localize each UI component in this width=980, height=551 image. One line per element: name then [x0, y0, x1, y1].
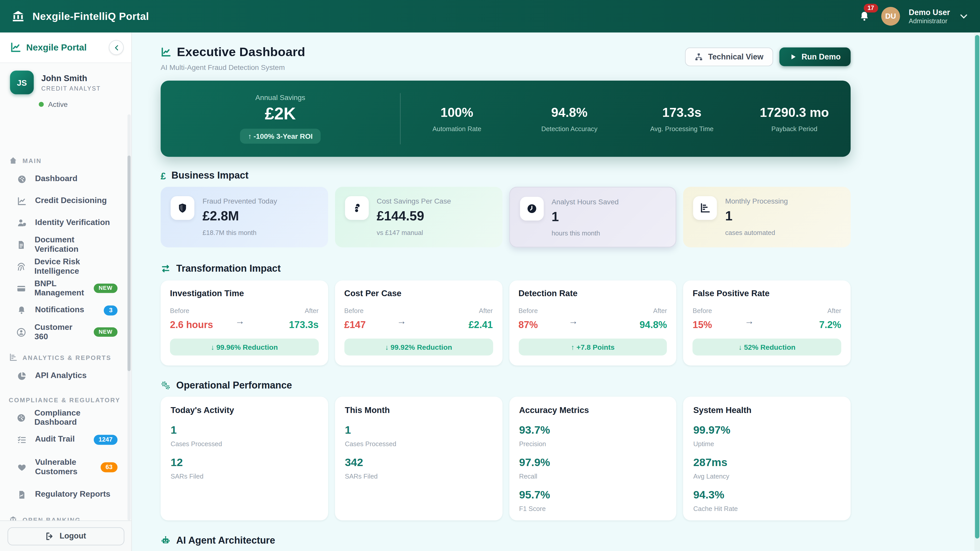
sidebar-item-compliance-dashboard[interactable]: Compliance Dashboard	[0, 407, 131, 429]
new-badge: NEW	[94, 284, 118, 293]
user-name: Demo User	[909, 8, 950, 17]
sidebar-user-card: JS John Smith CREDIT ANALYST Active	[0, 63, 131, 114]
hero-stat: 100% Automation Rate	[401, 105, 513, 132]
page-subtitle: AI Multi-Agent Fraud Detection System	[161, 64, 305, 71]
arrow-right-icon: →	[745, 316, 754, 326]
change-pill: ↓ 99.96% Reduction	[170, 338, 318, 355]
metric-card-cost-savings: Cost Savings Per Case £144.59 vs £147 ma…	[335, 187, 502, 248]
sidebar-item-credit-decisioning[interactable]: Credit Decisioning	[0, 190, 131, 212]
coins-icon	[345, 196, 369, 220]
bank-icon	[11, 10, 25, 23]
avatar: JS	[10, 71, 34, 94]
change-pill: ↓ 52% Reduction	[693, 338, 841, 355]
metric-card-analyst-hours: Analyst Hours Saved 1 hours this month	[509, 187, 676, 248]
logout-button[interactable]: Logout	[7, 527, 124, 545]
fingerprint-icon	[16, 262, 26, 272]
section-title: AI Agent Architecture	[177, 535, 275, 546]
sidebar-brand: Nexgile Portal	[0, 32, 131, 63]
operational-header: Operational Performance	[161, 380, 851, 391]
arrow-right-icon: →	[569, 316, 578, 326]
bar-chart-icon	[9, 353, 18, 362]
section-title: Transformation Impact	[177, 263, 281, 274]
sidebar-user-role: CREDIT ANALYST	[41, 85, 101, 92]
sidebar-item-document-verification[interactable]: Document Verification	[0, 233, 131, 256]
notifications-bell-button[interactable]: 17	[856, 8, 873, 24]
section-analytics: ANALYTICS & REPORTS	[0, 349, 131, 365]
bank-icon	[9, 515, 18, 520]
bell-icon	[16, 306, 27, 315]
section-compliance: COMPLIANCE & REGULATORY	[0, 393, 131, 407]
sidebar-item-customer-360[interactable]: Customer 360 NEW	[0, 321, 131, 343]
sidebar-item-dashboard[interactable]: Dashboard	[0, 168, 131, 190]
user-shield-icon	[16, 218, 27, 227]
sidebar-scrollbar[interactable]	[127, 114, 130, 520]
run-demo-button[interactable]: Run Demo	[779, 48, 851, 66]
sidebar-item-device-risk-intelligence[interactable]: Device Risk Intelligence	[0, 256, 131, 278]
file-icon	[16, 240, 27, 249]
architecture-header: AI Agent Architecture	[161, 535, 851, 546]
gauge-icon	[16, 174, 27, 184]
play-icon	[789, 53, 797, 60]
main-content: Executive Dashboard AI Multi-Agent Fraud…	[132, 32, 980, 551]
checklist-icon	[16, 434, 27, 445]
robot-icon	[161, 535, 170, 545]
section-title: Operational Performance	[177, 380, 292, 391]
page-title: Executive Dashboard	[177, 45, 305, 59]
chart-line-icon	[16, 196, 27, 206]
arrow-right-icon: →	[397, 316, 406, 326]
bar-chart-icon	[694, 196, 717, 220]
page-scrollbar[interactable]	[974, 32, 980, 551]
heart-icon	[16, 462, 27, 472]
count-badge: 3	[104, 305, 118, 315]
shield-icon	[171, 196, 194, 220]
chart-line-icon	[10, 42, 21, 53]
app-window: Nexgile-FintelliQ Portal 17 DU Demo User…	[0, 0, 980, 551]
sidebar-item-vulnerable-customers[interactable]: Vulnerable Customers 63	[0, 451, 131, 484]
bell-icon	[859, 11, 870, 22]
hero-stat: 94.8% Detection Accuracy	[513, 105, 626, 132]
sidebar-item-regulatory-reports[interactable]: Regulatory Reports	[0, 484, 131, 506]
stats-card-this-month: This Month 1Cases Processed 342SARs File…	[335, 397, 502, 520]
business-impact-header: £ Business Impact	[161, 170, 851, 181]
status-label: Active	[48, 100, 68, 108]
change-pill: ↓ 99.92% Reduction	[344, 338, 493, 355]
arrow-right-icon: →	[235, 316, 245, 326]
count-badge: 1247	[94, 434, 118, 445]
metric-card-monthly-processing: Monthly Processing 1 cases automated	[683, 187, 851, 248]
comparison-card-detection-rate: Detection Rate Before87% → After94.8% ↑ …	[509, 281, 676, 365]
metric-card-fraud-prevented: Fraud Prevented Today £2.8M £18.7M this …	[161, 187, 328, 248]
sidebar-item-bnpl-management[interactable]: BNPL Management NEW	[0, 277, 131, 299]
scrollbar-thumb[interactable]	[975, 35, 979, 538]
annual-savings-value: £2K	[265, 104, 296, 124]
top-navbar: Nexgile-FintelliQ Portal 17 DU Demo User…	[0, 0, 980, 32]
hero-stat: 173.3s Avg. Processing Time	[625, 105, 738, 132]
section-label: MAIN	[22, 157, 41, 164]
sidebar-item-api-analytics[interactable]: API Analytics	[0, 365, 131, 387]
user-menu[interactable]: Demo User Administrator	[909, 8, 950, 24]
pie-chart-icon	[16, 371, 27, 381]
stats-card-accuracy-metrics: Accuracy Metrics 93.7%Precision 97.9%Rec…	[509, 397, 676, 520]
swap-arrows-icon	[161, 264, 170, 273]
sidebar: Nexgile Portal JS John Smith CREDIT ANAL…	[0, 32, 132, 551]
new-badge: NEW	[94, 327, 118, 337]
roi-badge: ↑ -100% 3-Year ROI	[240, 129, 321, 144]
transformation-header: Transformation Impact	[161, 263, 851, 274]
sidebar-item-identity-verification[interactable]: Identity Verification	[0, 212, 131, 233]
notification-count-badge: 17	[864, 4, 878, 12]
pound-icon: £	[161, 170, 165, 181]
chevron-down-icon[interactable]	[959, 11, 969, 21]
section-main: MAIN	[0, 152, 131, 168]
sidebar-item-notifications[interactable]: Notifications 3	[0, 299, 131, 321]
comparison-card-cost-per-case: Cost Per Case Before£147 → After£2.41 ↓ …	[335, 281, 502, 365]
section-label: COMPLIANCE & REGULATORY	[9, 397, 120, 403]
section-open-banking: OPEN BANKING	[0, 512, 131, 520]
stats-card-todays-activity: Today's Activity 1Cases Processed 12SARs…	[161, 397, 328, 520]
gears-icon	[161, 380, 170, 390]
user-role: Administrator	[909, 17, 950, 25]
sidebar-footer: Logout	[0, 520, 131, 551]
sidebar-item-audit-trail[interactable]: Audit Trail 1247	[0, 429, 131, 451]
technical-view-button[interactable]: Technical View	[685, 48, 773, 66]
sidebar-collapse-button[interactable]	[109, 40, 124, 55]
comparison-card-false-positive-rate: False Positive Rate Before15% → After7.2…	[683, 281, 851, 365]
user-avatar[interactable]: DU	[881, 7, 900, 25]
